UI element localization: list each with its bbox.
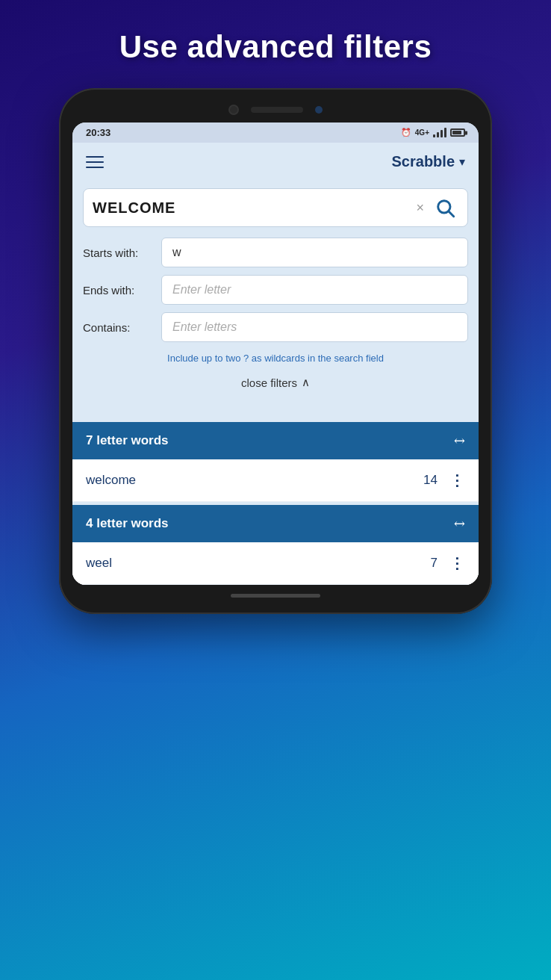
search-area: WELCOME × [72,181,479,238]
seven-letter-header[interactable]: 7 letter words ⤢ [72,422,479,459]
search-box: WELCOME × [83,188,468,227]
chevron-down-icon: ▾ [459,155,465,169]
hamburger-line-1 [86,156,104,158]
search-icon [435,197,455,218]
results-spacer [72,400,479,422]
home-indicator [231,594,320,598]
word-weel[interactable]: weel [86,556,112,571]
sensor-dot [315,106,323,114]
ends-with-input[interactable] [161,275,468,305]
ends-with-label: Ends with: [83,284,161,297]
four-letter-title: 4 letter words [86,516,169,531]
word-welcome-right: 14 ⋮ [423,471,465,489]
phone-top-bar [72,105,479,115]
filters-area: Starts with: Ends with: Contains: Includ… [72,238,479,400]
wildcard-hint: Include up to two ? as wildcards in the … [83,350,468,370]
page-title: Use advanced filters [30,28,521,66]
starts-with-input[interactable] [161,238,468,267]
contains-input[interactable] [161,312,468,342]
contains-row: Contains: [83,312,468,342]
page-header: Use advanced filters [0,0,551,88]
app-title-text: Scrabble [392,153,455,170]
status-time: 20:33 [86,127,110,138]
more-options-icon-2[interactable]: ⋮ [449,554,465,572]
close-filters-row[interactable]: close filters ∧ [83,370,468,400]
seven-letter-section: 7 letter words ⤢ welcome 14 ⋮ [72,422,479,502]
word-weel-score: 7 [431,556,438,571]
hamburger-line-2 [86,161,104,163]
word-welcome[interactable]: welcome [86,473,136,488]
hamburger-line-3 [86,167,104,168]
svg-line-1 [449,212,453,217]
close-filters-label: close filters [241,376,297,389]
chevron-up-icon: ∧ [302,376,310,389]
battery-icon [450,128,465,137]
ends-with-row: Ends with: [83,275,468,305]
app-title-dropdown[interactable]: Scrabble ▾ [392,153,465,170]
alarm-icon: ⏰ [401,128,411,137]
contains-label: Contains: [83,321,161,334]
speaker-grille [251,107,303,113]
expand-icon-2[interactable]: ⤢ [449,514,469,533]
network-label: 4G+ [415,128,429,137]
word-row-welcome: welcome 14 ⋮ [72,459,479,502]
status-icons: ⏰ 4G+ [401,128,465,137]
app-header: Scrabble ▾ [72,143,479,181]
search-value[interactable]: WELCOME [93,199,416,217]
word-weel-right: 7 ⋮ [431,554,465,572]
word-welcome-score: 14 [423,473,438,488]
status-bar: 20:33 ⏰ 4G+ [72,122,479,143]
starts-with-row: Starts with: [83,238,468,267]
starts-with-label: Starts with: [83,246,161,259]
signal-bars-icon [433,128,446,137]
four-letter-section: 4 letter words ⤢ weel 7 ⋮ [72,505,479,585]
four-letter-header[interactable]: 4 letter words ⤢ [72,505,479,542]
clear-icon[interactable]: × [416,200,424,216]
seven-letter-title: 7 letter words [86,433,169,448]
hamburger-menu-button[interactable] [86,156,104,168]
phone-frame: 20:33 ⏰ 4G+ [59,88,492,614]
more-options-icon[interactable]: ⋮ [449,471,465,489]
search-button[interactable] [432,194,458,221]
phone-screen: 20:33 ⏰ 4G+ [72,122,479,585]
camera-dot [228,105,239,115]
expand-icon[interactable]: ⤢ [449,431,469,450]
word-row-weel: weel 7 ⋮ [72,542,479,585]
phone-bottom-bar [72,594,479,598]
